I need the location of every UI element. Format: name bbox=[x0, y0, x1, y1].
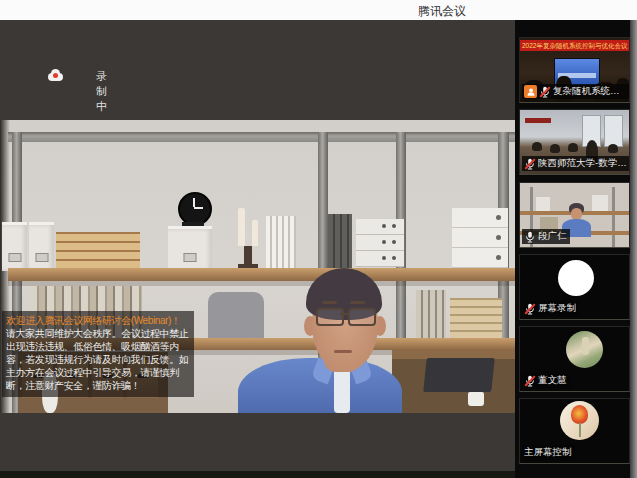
mic-muted-icon bbox=[539, 86, 551, 98]
avatar bbox=[558, 260, 594, 296]
participant-tile[interactable]: 主屏幕控制 bbox=[519, 398, 630, 464]
announcement-overlay: 欢迎进入腾讯会议网络研讨会(Webinar)！ 请大家共同维护大会秩序。会议过程… bbox=[2, 311, 194, 397]
conference-banner: 2022年复杂随机系统控制与优化会议 bbox=[520, 40, 629, 51]
recording-label: 录制中 bbox=[96, 69, 107, 114]
clock-decoration bbox=[178, 192, 212, 226]
recording-indicator: 录制中 bbox=[46, 69, 65, 82]
participant-label: 段广仁 bbox=[522, 229, 570, 244]
host-person-icon bbox=[524, 85, 537, 98]
mic-muted-icon bbox=[524, 303, 536, 315]
mic-on-icon bbox=[524, 231, 536, 243]
announcement-body: 请大家共同维护大会秩序。会议过程中禁止出现违法违规、低俗色情、吸烟酗酒等内容，若… bbox=[6, 328, 188, 391]
participant-tile[interactable]: 屏幕录制 bbox=[519, 254, 630, 320]
participant-tile[interactable]: 董文慧 bbox=[519, 326, 630, 392]
participant-tile[interactable]: 段广仁 bbox=[519, 182, 630, 248]
mic-muted-icon bbox=[524, 375, 536, 387]
participant-label: 主屏幕控制 bbox=[522, 445, 575, 460]
participants-sidebar: 2022年复杂随机系统控制与优化会议 bbox=[515, 20, 637, 478]
participant-name: 主屏幕控制 bbox=[524, 446, 572, 459]
participant-label: 复杂随机系统控制与... bbox=[522, 84, 630, 99]
participant-name: 董文慧 bbox=[538, 374, 567, 387]
avatar bbox=[560, 401, 599, 440]
window-titlebar: 腾讯会议 bbox=[0, 0, 637, 21]
participant-label: 屏幕录制 bbox=[522, 301, 579, 316]
mic-muted-icon bbox=[524, 158, 536, 170]
participant-name: 屏幕录制 bbox=[538, 302, 576, 315]
participant-label: 董文慧 bbox=[522, 373, 570, 388]
participant-tile[interactable]: 2022年复杂随机系统控制与优化会议 bbox=[519, 37, 630, 103]
participant-name: 复杂随机系统控制与... bbox=[553, 85, 628, 98]
participant-label: 陕西师范大学-数学与统... bbox=[522, 156, 630, 171]
participant-name: 陕西师范大学-数学与统... bbox=[538, 157, 628, 170]
participant-name: 段广仁 bbox=[538, 230, 567, 243]
participant-tile[interactable]: 陕西师范大学-数学与统... bbox=[519, 109, 630, 175]
avatar bbox=[566, 331, 603, 368]
main-video-region[interactable]: 录制中 bbox=[0, 20, 515, 471]
sidebar-scrollbar[interactable] bbox=[630, 20, 637, 478]
cloud-recording-icon bbox=[46, 69, 65, 82]
window-title: 腾讯会议 bbox=[418, 3, 466, 20]
announcement-title: 欢迎进入腾讯会议网络研讨会(Webinar)！ bbox=[6, 315, 181, 326]
